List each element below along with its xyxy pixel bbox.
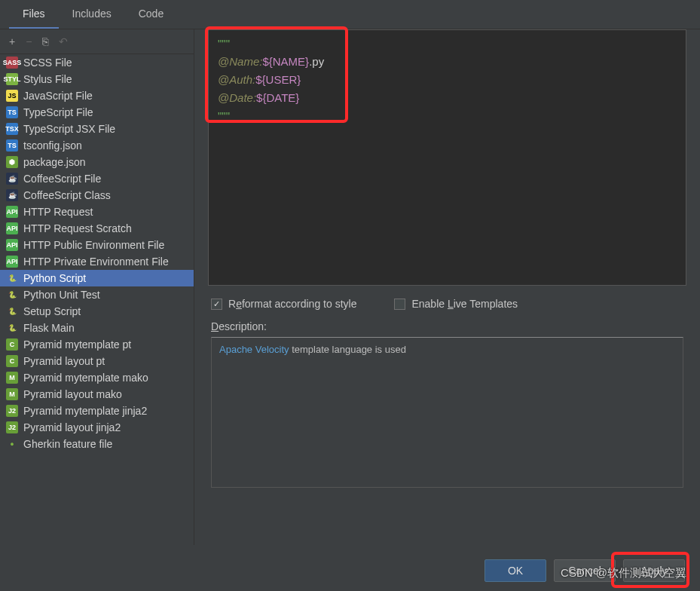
list-item[interactable]: ☕CoffeeScript File <box>0 170 194 187</box>
code-line: @Name: <box>218 55 262 68</box>
list-item[interactable]: 🐍Flask Main <box>0 320 194 336</box>
remove-icon[interactable]: − <box>26 35 32 47</box>
dialog-footer: OK Cancel Apply <box>484 559 685 582</box>
file-type-icon: ⬢ <box>6 156 18 168</box>
live-templates-checkbox[interactable] <box>394 299 405 310</box>
list-item[interactable]: J2Pyramid mytemplate jinja2 <box>0 403 194 419</box>
file-type-icon: API <box>6 222 18 234</box>
undo-icon[interactable]: ↶ <box>59 35 68 47</box>
list-item-label: tsconfig.json <box>23 139 82 152</box>
code-line: @Auth: <box>218 73 255 86</box>
file-type-icon: J2 <box>6 421 18 433</box>
reformat-checkbox[interactable] <box>211 299 222 310</box>
list-item[interactable]: ⬢package.json <box>0 154 194 170</box>
list-item-label: TypeScript JSX File <box>23 123 115 135</box>
list-item-label: SCSS File <box>23 57 72 69</box>
live-templates-option: Enable Live Templates <box>394 298 518 310</box>
list-item-label: package.json <box>23 156 86 168</box>
file-type-icon: TS <box>6 106 18 118</box>
list-item[interactable]: ☕CoffeeScript Class <box>0 187 194 204</box>
options-row: Reformat according to style Enable Live … <box>194 292 700 316</box>
list-item-label: Gherkin feature file <box>23 438 112 450</box>
list-item-label: Pyramid layout pt <box>23 355 105 367</box>
file-type-icon: API <box>6 206 18 218</box>
file-type-icon: TSX <box>6 123 18 135</box>
file-type-icon: C <box>6 338 18 351</box>
content-panel: """ @Name:${NAME}.py @Auth:${USER} @Date… <box>194 29 700 545</box>
file-type-icon: 🐍 <box>6 322 18 334</box>
list-item[interactable]: APIHTTP Private Environment File <box>0 253 194 270</box>
file-type-icon: TS <box>6 139 18 152</box>
file-type-icon: ☕ <box>6 189 18 201</box>
list-item[interactable]: MPyramid layout mako <box>0 386 194 403</box>
list-item[interactable]: CPyramid mytemplate pt <box>0 336 194 353</box>
main-content: + − ⎘ ↶ SASSSCSS FileSTYLStylus FileJSJa… <box>0 29 700 545</box>
list-item[interactable]: JSJavaScript File <box>0 87 194 104</box>
list-item-label: HTTP Request <box>23 206 93 218</box>
list-item-label: Pyramid mytemplate pt <box>23 338 131 351</box>
list-item-label: Stylus File <box>23 73 72 85</box>
file-type-icon: 🐍 <box>6 272 18 284</box>
tab-files[interactable]: Files <box>9 0 59 29</box>
list-item[interactable]: J2Pyramid layout jinja2 <box>0 419 194 436</box>
file-type-icon: ● <box>6 438 18 450</box>
list-item-label: Python Unit Test <box>23 289 100 301</box>
file-type-icon: M <box>6 388 18 400</box>
list-item[interactable]: 🐍Python Unit Test <box>0 286 194 303</box>
sidebar-toolbar: + − ⎘ ↶ <box>0 29 194 54</box>
code-line: @Date: <box>218 91 256 104</box>
list-item[interactable]: CPyramid layout pt <box>0 353 194 369</box>
list-item-label: Setup Script <box>23 305 81 317</box>
list-item-label: CoffeeScript Class <box>23 189 111 201</box>
apply-button[interactable]: Apply <box>623 559 685 582</box>
editor-container: """ @Name:${NAME}.py @Auth:${USER} @Date… <box>208 29 686 286</box>
tab-code[interactable]: Code <box>125 0 177 29</box>
list-item-label: HTTP Private Environment File <box>23 256 169 268</box>
list-item-label: CoffeeScript File <box>23 173 101 185</box>
description-box[interactable]: Apache Velocity template language is use… <box>211 337 683 488</box>
list-item-label: HTTP Request Scratch <box>23 222 132 234</box>
list-item-label: Python Script <box>23 272 86 284</box>
file-type-icon: API <box>6 239 18 251</box>
list-item-label: TypeScript File <box>23 106 93 118</box>
list-item[interactable]: TSTypeScript File <box>0 104 194 121</box>
list-item[interactable]: ●Gherkin feature file <box>0 436 194 452</box>
copy-icon[interactable]: ⎘ <box>42 35 48 47</box>
file-type-icon: C <box>6 355 18 367</box>
file-type-icon: SASS <box>6 57 18 69</box>
list-item[interactable]: 🐍Setup Script <box>0 303 194 320</box>
code-line: """ <box>218 109 230 122</box>
list-item[interactable]: TSXTypeScript JSX File <box>0 121 194 137</box>
file-type-icon: STYL <box>6 73 18 85</box>
list-item-label: HTTP Public Environment File <box>23 239 164 251</box>
cancel-button[interactable]: Cancel <box>554 559 616 582</box>
list-item[interactable]: APIHTTP Request Scratch <box>0 220 194 237</box>
description-section: Description: Apache Velocity template la… <box>194 316 700 492</box>
add-icon[interactable]: + <box>9 35 15 47</box>
tab-includes[interactable]: Includes <box>59 0 125 29</box>
velocity-link[interactable]: Apache Velocity <box>219 344 289 355</box>
ok-button[interactable]: OK <box>484 559 546 582</box>
file-type-icon: JS <box>6 90 18 102</box>
list-item-label: Pyramid mytemplate mako <box>23 372 148 384</box>
list-item[interactable]: TStsconfig.json <box>0 137 194 154</box>
list-item[interactable]: MPyramid mytemplate mako <box>0 369 194 386</box>
list-item[interactable]: STYLStylus File <box>0 71 194 87</box>
file-type-icon: ☕ <box>6 173 18 185</box>
list-item[interactable]: SASSSCSS File <box>0 54 194 71</box>
list-item[interactable]: APIHTTP Public Environment File <box>0 237 194 253</box>
file-type-icon: API <box>6 256 18 268</box>
list-item-label: Pyramid layout jinja2 <box>23 421 121 433</box>
file-type-icon: M <box>6 372 18 384</box>
list-item[interactable]: APIHTTP Request <box>0 204 194 220</box>
list-item-label: Pyramid mytemplate jinja2 <box>23 405 147 417</box>
description-label: Description: <box>211 320 683 332</box>
live-templates-label: Enable Live Templates <box>411 298 518 310</box>
code-line: """ <box>218 37 230 50</box>
list-item[interactable]: 🐍Python Script <box>0 270 194 286</box>
list-item-label: Flask Main <box>23 322 75 334</box>
file-type-icon: 🐍 <box>6 289 18 301</box>
template-file-list[interactable]: SASSSCSS FileSTYLStylus FileJSJavaScript… <box>0 54 194 545</box>
template-editor[interactable]: """ @Name:${NAME}.py @Auth:${USER} @Date… <box>208 29 686 286</box>
list-item-label: Pyramid layout mako <box>23 388 122 400</box>
